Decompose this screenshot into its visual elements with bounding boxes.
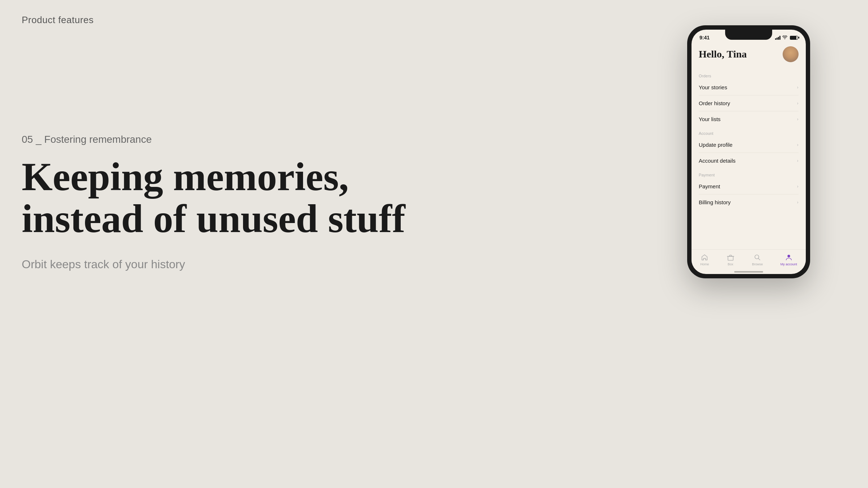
phone-notch: [725, 30, 772, 40]
signal-icon: [775, 36, 780, 40]
battery-icon: [790, 36, 798, 40]
nav-my-account-label: My account: [780, 262, 797, 266]
bottom-nav: Home Box: [692, 249, 806, 269]
wifi-icon: [782, 35, 787, 40]
update-profile-item[interactable]: Update profile ›: [699, 137, 799, 153]
box-icon: [727, 253, 735, 261]
phone-mockup: 9:41: [687, 25, 810, 278]
nav-home-label: Home: [700, 262, 709, 266]
avatar[interactable]: [783, 46, 799, 62]
your-lists-label: Your lists: [699, 116, 720, 122]
home-icon: [701, 253, 709, 261]
orders-section: Orders Your stories › Order history › Yo…: [699, 74, 799, 127]
tagline-description: Orbit keeps track of your history: [22, 258, 405, 271]
product-features-label: Product features: [22, 14, 94, 25]
billing-history-label: Billing history: [699, 199, 731, 205]
status-icons: [775, 35, 798, 40]
chevron-icon: ›: [797, 85, 799, 90]
account-section-label: Account: [699, 131, 799, 136]
app-content: Hello, Tina Orders Your stories › Order …: [692, 43, 806, 249]
chevron-icon: ›: [797, 100, 799, 106]
your-stories-item[interactable]: Your stories ›: [699, 80, 799, 95]
nav-browse[interactable]: Browse: [752, 253, 763, 266]
payment-section: Payment Payment › Billing history ›: [699, 173, 799, 210]
chevron-icon: ›: [797, 200, 799, 205]
chevron-icon: ›: [797, 116, 799, 122]
nav-box-label: Box: [728, 262, 733, 266]
tagline-sub: 05 _ Fostering remembrance: [22, 134, 405, 145]
update-profile-label: Update profile: [699, 142, 732, 148]
order-history-item[interactable]: Order history ›: [699, 95, 799, 111]
tagline-main: Keeping memories, instead of unused stuf…: [22, 156, 405, 240]
nav-browse-label: Browse: [752, 262, 763, 266]
account-details-label: Account details: [699, 158, 736, 164]
greeting-text: Hello, Tina: [699, 48, 747, 60]
payment-section-label: Payment: [699, 173, 799, 177]
nav-box[interactable]: Box: [727, 253, 735, 266]
nav-home[interactable]: Home: [700, 253, 709, 266]
nav-my-account[interactable]: My account: [780, 253, 797, 266]
chevron-icon: ›: [797, 184, 799, 189]
app-header: Hello, Tina: [699, 43, 799, 69]
order-history-label: Order history: [699, 100, 730, 106]
svg-point-2: [787, 255, 790, 257]
your-lists-item[interactable]: Your lists ›: [699, 111, 799, 127]
account-section: Account Update profile › Account details…: [699, 131, 799, 168]
person-icon: [785, 253, 793, 261]
billing-history-item[interactable]: Billing history ›: [699, 194, 799, 210]
chevron-icon: ›: [797, 158, 799, 164]
your-stories-label: Your stories: [699, 84, 727, 90]
status-time: 9:41: [699, 35, 710, 40]
chevron-icon: ›: [797, 142, 799, 148]
payment-item[interactable]: Payment ›: [699, 179, 799, 194]
search-icon: [753, 253, 761, 261]
svg-rect-0: [728, 256, 733, 260]
home-indicator: [734, 271, 763, 273]
account-details-item[interactable]: Account details ›: [699, 153, 799, 168]
payment-label: Payment: [699, 183, 720, 189]
orders-section-label: Orders: [699, 74, 799, 78]
